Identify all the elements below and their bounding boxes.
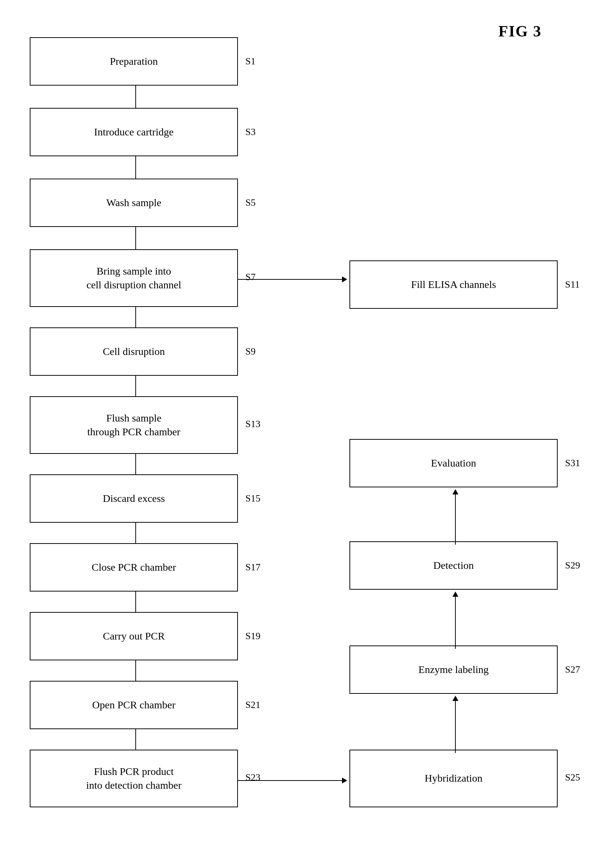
label-s11: Fill ELISA channels <box>411 278 496 291</box>
step-label-s11: S11 <box>565 279 580 290</box>
box-s15: Discard excess <box>30 474 238 523</box>
label-s31: Evaluation <box>431 457 476 470</box>
step-label-s3: S3 <box>245 126 255 138</box>
step-label-s13: S13 <box>245 419 260 430</box>
step-label-s9: S9 <box>245 346 255 357</box>
arrow-s29-s31 <box>453 489 458 545</box>
label-s27: Enzyme labeling <box>419 663 489 676</box>
step-label-s25: S25 <box>565 772 580 783</box>
box-s29: Detection <box>349 541 558 590</box>
box-s17: Close PCR chamber <box>30 543 238 591</box>
step-label-s17: S17 <box>245 562 260 573</box>
label-s23: Flush PCR product into detection chamber <box>86 765 182 792</box>
label-s21: Open PCR chamber <box>92 698 176 712</box>
box-s13: Flush sample through PCR chamber <box>30 396 238 454</box>
box-s9: Cell disruption <box>30 328 238 376</box>
step-label-s19: S19 <box>245 630 260 642</box>
step-label-s21: S21 <box>245 700 260 711</box>
label-s29: Detection <box>434 559 474 572</box>
box-s19: Carry out PCR <box>30 612 238 660</box>
page: FIG 3 Preparation S1 Introduce cartridge… <box>0 0 616 862</box>
fig-title: FIG 3 <box>498 22 542 40</box>
step-label-s29: S29 <box>565 560 580 571</box>
label-s13: Flush sample through PCR chamber <box>87 411 180 439</box>
box-s31: Evaluation <box>349 439 558 487</box>
box-s1: Preparation <box>30 37 238 85</box>
step-label-s15: S15 <box>245 493 260 504</box>
step-label-s1: S1 <box>245 56 255 67</box>
label-s7: Bring sample into cell disruption channe… <box>86 265 181 292</box>
label-s9: Cell disruption <box>103 345 165 358</box>
box-s27: Enzyme labeling <box>349 646 558 694</box>
box-s23: Flush PCR product into detection chamber <box>30 750 238 807</box>
arrow-s7-s11 <box>238 276 347 282</box>
box-s21: Open PCR chamber <box>30 681 238 729</box>
arrow-s23-s25 <box>238 778 347 783</box>
box-s11: Fill ELISA channels <box>349 260 558 309</box>
label-s15: Discard excess <box>103 492 165 505</box>
step-label-s31: S31 <box>565 458 580 469</box>
label-s17: Close PCR chamber <box>91 561 176 574</box>
arrow-s27-s29 <box>453 591 458 649</box>
label-s25: Hybridization <box>424 772 482 785</box>
label-s5: Wash sample <box>106 196 161 210</box>
label-s3: Introduce cartridge <box>94 125 174 139</box>
arrow-s25-s27 <box>453 696 458 753</box>
step-label-s27: S27 <box>565 664 580 675</box>
step-label-s5: S5 <box>245 197 255 208</box>
box-s25: Hybridization <box>349 750 558 807</box>
box-s7: Bring sample into cell disruption channe… <box>30 249 238 307</box>
box-s3: Introduce cartridge <box>30 108 238 156</box>
label-s19: Carry out PCR <box>103 629 165 643</box>
box-s5: Wash sample <box>30 178 238 227</box>
label-s1: Preparation <box>110 55 158 68</box>
